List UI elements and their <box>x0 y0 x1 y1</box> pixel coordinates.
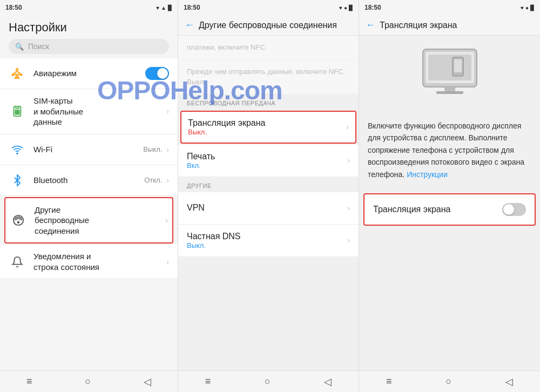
bluetooth-label: Bluetooth <box>33 175 68 185</box>
search-placeholder: Поиск <box>28 42 49 51</box>
time-left: 18:50 <box>5 4 22 11</box>
nav-home-left[interactable]: ○ <box>85 376 91 387</box>
nav-home-right[interactable]: ○ <box>446 376 451 387</box>
screen-cast-bottom-item[interactable]: Трансляция экрана <box>363 193 536 226</box>
airplane-label: Авиарежим <box>33 69 77 78</box>
bluetooth-right: Откл. › <box>144 176 169 185</box>
search-icon: 🔍 <box>15 43 24 51</box>
svg-rect-14 <box>436 91 463 94</box>
screen-cast-chevron: › <box>346 123 349 131</box>
blurred-text-1: платежи, включите NFC. <box>187 42 350 53</box>
vpn-chevron: › <box>347 204 350 212</box>
search-box[interactable]: 🔍 Поиск <box>9 39 169 54</box>
nav-menu-left[interactable]: ≡ <box>26 376 32 387</box>
nav-back-middle[interactable]: ◁ <box>324 376 332 388</box>
nav-back-left[interactable]: ◁ <box>144 376 151 388</box>
back-arrow-right[interactable]: ← <box>366 19 375 31</box>
airplane-toggle[interactable] <box>145 67 169 80</box>
panel-header-right: ← Трансляция экрана <box>359 15 540 36</box>
section-header-other: ДРУГИЕ <box>178 177 359 192</box>
sim-label2: и мобильные <box>33 106 166 117</box>
middle-content: платежи, включите NFC. Прежде чем отправ… <box>178 36 359 370</box>
illustration-area <box>359 36 540 111</box>
notifications-label: Уведомления и <box>33 251 166 262</box>
blurred-text-3: Выкл. <box>187 77 350 87</box>
settings-list: Авиарежим <box>0 58 178 370</box>
nav-menu-right[interactable]: ≡ <box>386 376 392 387</box>
sim-icon <box>9 103 26 120</box>
bluetooth-chevron: › <box>166 176 169 185</box>
panel-right: 18:50 ♥ ● ▉ ← Трансляция экрана <box>359 0 540 392</box>
screen-cast-toggle[interactable] <box>502 203 526 216</box>
private-dns-content: Частная DNS Выкл. <box>187 232 347 249</box>
svg-point-7 <box>18 221 19 223</box>
settings-item-sim[interactable]: SIM-карты и мобильные данные › <box>0 89 178 134</box>
airplane-content: Авиарежим <box>33 68 145 79</box>
svg-rect-2 <box>18 110 19 112</box>
print-label: Печать <box>187 152 347 161</box>
blurred-item-1: платежи, включите NFC. <box>178 36 359 59</box>
notifications-right: › <box>166 258 169 266</box>
middle-item-screen-cast[interactable]: Трансляция экрана Выкл. › <box>180 111 356 144</box>
nav-back-right[interactable]: ◁ <box>505 376 513 388</box>
status-bar-left: 18:50 ♥ ▲ ▉ <box>0 0 178 15</box>
screen-container: OPPOHelp.com 18:50 ♥ ▲ ▉ Настройки 🔍 Пои… <box>0 0 540 392</box>
back-arrow-middle[interactable]: ← <box>185 19 194 31</box>
bluetooth-icon <box>9 172 26 189</box>
panel-left: 18:50 ♥ ▲ ▉ Настройки 🔍 Поиск <box>0 0 178 392</box>
settings-title: Настройки <box>9 21 169 35</box>
nav-bar-middle: ≡ ○ ◁ <box>178 370 359 392</box>
private-dns-label: Частная DNS <box>187 232 347 241</box>
panel-middle: 18:50 ♥ ● ▉ ← Другие беспроводные соедин… <box>178 0 359 392</box>
nav-menu-middle[interactable]: ≡ <box>205 376 211 387</box>
tv-illustration <box>412 46 488 100</box>
svg-rect-10 <box>428 55 471 80</box>
screen-cast-bottom-label: Трансляция экрана <box>373 205 502 214</box>
svg-rect-13 <box>444 87 455 91</box>
middle-item-private-dns[interactable]: Частная DNS Выкл. › <box>178 225 359 257</box>
vpn-content: VPN <box>187 203 347 213</box>
wifi-label: Wi-Fi <box>33 145 52 154</box>
notifications-chevron: › <box>166 258 169 266</box>
sim-label: SIM-карты <box>33 96 166 106</box>
blurred-item-2: Прежде чем отправлять данные, включите N… <box>178 60 359 94</box>
settings-item-wifi[interactable]: Wi-Fi Выкл. › <box>0 134 178 165</box>
right-nav-title: Трансляция экрана <box>380 21 457 30</box>
private-dns-sublabel: Выкл. <box>187 241 347 249</box>
private-dns-chevron: › <box>347 236 350 245</box>
other-wireless-right: › <box>165 216 168 225</box>
svg-rect-3 <box>15 113 17 114</box>
nav-home-middle[interactable]: ○ <box>265 376 271 387</box>
sim-label3: данные <box>33 117 166 127</box>
nav-bar-right: ≡ ○ ◁ <box>359 370 540 392</box>
svg-rect-4 <box>18 113 19 114</box>
notifications-label2: строка состояния <box>33 262 166 273</box>
screen-cast-content: Трансляция экрана Выкл. <box>188 118 346 136</box>
description-link[interactable]: Инструкции <box>407 170 448 179</box>
settings-item-other-wireless[interactable]: Другие беспроводные соединения › <box>4 197 173 244</box>
other-wireless-chevron: › <box>165 216 168 225</box>
settings-item-bluetooth[interactable]: Bluetooth Откл. › <box>0 165 178 196</box>
screen-cast-label: Трансляция экрана <box>188 118 346 128</box>
middle-item-print[interactable]: Печать Вкл. › <box>178 145 359 177</box>
notifications-content: Уведомления и строка состояния <box>33 251 166 272</box>
settings-item-airplane[interactable]: Авиарежим <box>0 58 178 89</box>
wifi-right: Выкл. › <box>143 145 169 154</box>
print-content: Печать Вкл. <box>187 152 347 170</box>
status-icons-left: ♥ ▲ ▉ <box>156 5 172 11</box>
settings-item-notifications[interactable]: Уведомления и строка состояния › <box>0 245 178 279</box>
middle-item-vpn[interactable]: VPN › <box>178 192 359 225</box>
section-header-wireless: БЕСПРОВОДНАЯ ПЕРЕДАЧА <box>178 94 359 110</box>
panel-header-left: Настройки 🔍 Поиск <box>0 15 178 58</box>
other-wireless-label: Другие <box>35 205 165 215</box>
description-area: Включите функцию беспроводного дисплея д… <box>359 111 540 189</box>
status-bar-right: 18:50 ♥ ● ▉ <box>359 0 540 15</box>
time-middle: 18:50 <box>184 4 200 11</box>
wifi-icon <box>9 141 26 158</box>
status-bar-middle: 18:50 ♥ ● ▉ <box>178 0 359 15</box>
svg-rect-12 <box>454 59 462 72</box>
vpn-label: VPN <box>187 203 347 213</box>
sim-content: SIM-карты и мобильные данные <box>33 96 166 127</box>
print-sublabel: Вкл. <box>187 161 347 170</box>
blurred-text-2: Прежде чем отправлять данные, включите N… <box>187 66 350 77</box>
